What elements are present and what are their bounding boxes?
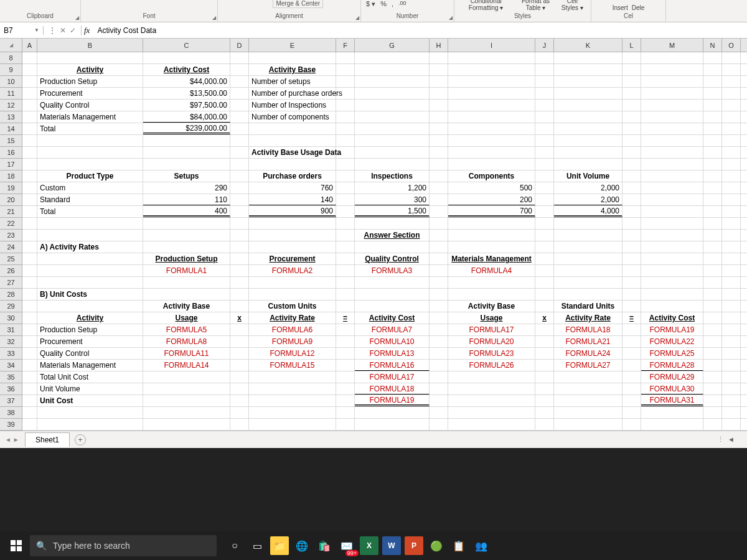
cell[interactable] bbox=[336, 277, 355, 288]
col-header-L[interactable]: L bbox=[622, 39, 641, 52]
cell[interactable]: FORMULA22 bbox=[641, 336, 703, 347]
col-header-E[interactable]: E bbox=[249, 39, 336, 52]
cell[interactable]: 140 bbox=[249, 194, 336, 205]
merge-center-button[interactable]: Merge & Center bbox=[273, 0, 323, 8]
cell[interactable] bbox=[336, 123, 355, 134]
cell[interactable] bbox=[535, 277, 554, 288]
cell[interactable]: Answer Section bbox=[355, 230, 430, 241]
cell[interactable]: FORMULA23 bbox=[448, 348, 535, 359]
name-box[interactable]: B7 ▼ bbox=[0, 26, 44, 35]
cell[interactable] bbox=[143, 383, 230, 394]
add-sheet-button[interactable]: + bbox=[75, 434, 86, 446]
cell[interactable]: Custom bbox=[37, 182, 143, 194]
cell[interactable] bbox=[230, 230, 249, 241]
cell[interactable] bbox=[336, 218, 355, 229]
cell[interactable]: Activity Rate bbox=[249, 312, 336, 324]
cell[interactable] bbox=[722, 301, 741, 312]
cell[interactable] bbox=[703, 348, 722, 359]
cell[interactable]: Unit Cost bbox=[37, 395, 143, 406]
cell[interactable] bbox=[722, 52, 741, 63]
cell[interactable] bbox=[336, 383, 355, 394]
row-header-25[interactable]: 25 bbox=[0, 253, 22, 265]
cell[interactable] bbox=[722, 312, 741, 324]
cell[interactable] bbox=[622, 360, 641, 371]
cell[interactable] bbox=[230, 52, 249, 63]
cell[interactable] bbox=[722, 147, 741, 158]
col-header-M[interactable]: M bbox=[641, 39, 703, 52]
cell[interactable] bbox=[230, 159, 249, 170]
cell[interactable]: FORMULA19 bbox=[641, 324, 703, 335]
cell[interactable] bbox=[143, 395, 230, 406]
cell[interactable] bbox=[641, 100, 703, 111]
cell[interactable]: Components bbox=[448, 170, 535, 182]
cell[interactable]: Standard bbox=[37, 194, 143, 205]
cell[interactable] bbox=[641, 230, 703, 241]
cell[interactable] bbox=[622, 170, 641, 182]
cell[interactable]: Materials Management bbox=[448, 253, 535, 264]
row-header-15[interactable]: 15 bbox=[0, 135, 22, 147]
cell[interactable] bbox=[448, 135, 535, 146]
cell[interactable] bbox=[535, 324, 554, 335]
cell[interactable] bbox=[722, 265, 741, 276]
row-header-29[interactable]: 29 bbox=[0, 301, 22, 312]
cell[interactable] bbox=[622, 324, 641, 335]
cell[interactable] bbox=[22, 111, 37, 123]
cell[interactable]: FORMULA18 bbox=[355, 383, 430, 394]
cell[interactable] bbox=[703, 230, 722, 241]
cell[interactable]: FORMULA18 bbox=[554, 324, 622, 335]
cell[interactable] bbox=[703, 324, 722, 335]
cell[interactable] bbox=[722, 135, 741, 146]
cell[interactable] bbox=[22, 253, 37, 264]
edge-icon[interactable]: 🌐 bbox=[293, 536, 311, 555]
cell[interactable] bbox=[430, 111, 448, 123]
file-explorer-icon[interactable]: 📁 bbox=[270, 536, 289, 555]
cell[interactable]: Production Setup bbox=[37, 324, 143, 335]
cell[interactable] bbox=[230, 64, 249, 75]
cell[interactable] bbox=[722, 159, 741, 170]
cell[interactable] bbox=[430, 419, 448, 430]
row-header-23[interactable]: 23 bbox=[0, 230, 22, 241]
cell[interactable] bbox=[430, 312, 448, 324]
cell[interactable]: 4,000 bbox=[554, 206, 622, 217]
cell[interactable]: Total bbox=[37, 123, 143, 134]
cell[interactable] bbox=[554, 111, 622, 123]
cell[interactable]: 400 bbox=[143, 206, 230, 217]
cell[interactable] bbox=[336, 324, 355, 335]
ribbon-group-clipboard[interactable]: Clipboard ◢ bbox=[0, 0, 81, 22]
cell[interactable] bbox=[249, 230, 336, 241]
cell[interactable] bbox=[143, 277, 230, 288]
cell[interactable] bbox=[230, 371, 249, 383]
cell[interactable] bbox=[249, 383, 336, 394]
cell[interactable]: Production Setup bbox=[143, 253, 230, 264]
cell[interactable] bbox=[535, 289, 554, 300]
cell[interactable] bbox=[430, 52, 448, 63]
cell[interactable]: FORMULA7 bbox=[355, 324, 430, 335]
cell[interactable]: Quality Control bbox=[37, 348, 143, 359]
cell[interactable]: Number of Inspections bbox=[249, 100, 336, 111]
comma-icon[interactable]: , bbox=[392, 0, 393, 8]
cell[interactable] bbox=[22, 395, 37, 406]
cell[interactable] bbox=[622, 395, 641, 406]
cell[interactable] bbox=[641, 170, 703, 182]
cell[interactable] bbox=[336, 159, 355, 170]
cell[interactable] bbox=[448, 230, 535, 241]
tab-nav[interactable]: ◄ ► bbox=[5, 436, 19, 443]
cell[interactable] bbox=[554, 159, 622, 170]
cell[interactable] bbox=[249, 135, 336, 146]
cell[interactable] bbox=[622, 76, 641, 87]
cell[interactable] bbox=[641, 88, 703, 99]
cell[interactable] bbox=[336, 419, 355, 430]
cell[interactable] bbox=[336, 360, 355, 371]
cell[interactable] bbox=[143, 419, 230, 430]
cell[interactable] bbox=[355, 419, 430, 430]
cell[interactable] bbox=[535, 64, 554, 75]
cell[interactable] bbox=[22, 277, 37, 288]
cell[interactable]: FORMULA16 bbox=[355, 360, 430, 371]
cell[interactable]: FORMULA31 bbox=[641, 395, 703, 406]
cell[interactable] bbox=[430, 206, 448, 217]
col-header-I[interactable]: I bbox=[448, 39, 535, 52]
cell[interactable]: 300 bbox=[355, 194, 430, 205]
cell[interactable] bbox=[430, 324, 448, 335]
cell[interactable] bbox=[249, 277, 336, 288]
cell[interactable]: Procurement bbox=[37, 88, 143, 99]
